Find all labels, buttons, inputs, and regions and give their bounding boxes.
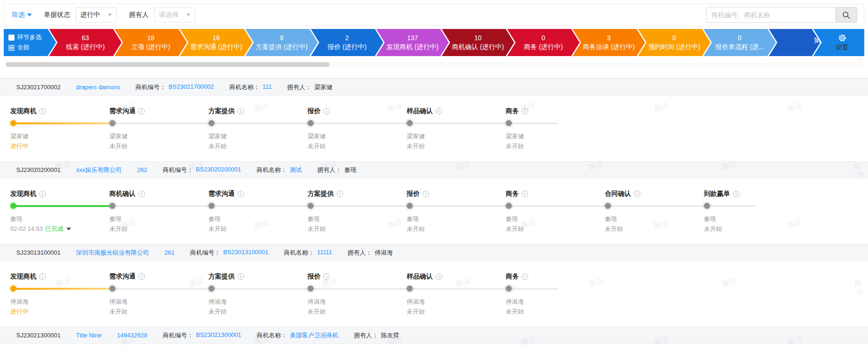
multiselect-checkbox[interactable] (8, 35, 14, 41)
funnel-stage[interactable]: 3商务洽谈 (进行中) (573, 29, 645, 56)
stage-status: 未开始 (605, 225, 623, 233)
record-code-value[interactable]: BS23021700002 (169, 83, 214, 92)
stage-multiselect-block[interactable]: 环节多选 全部 (4, 29, 56, 56)
horizontal-scrollbar[interactable] (6, 62, 862, 67)
stage-status: 未开始 (308, 225, 326, 233)
funnel-stage[interactable]: 63线索 (进行中) (49, 29, 122, 56)
stage-status: 未开始 (704, 225, 722, 233)
owner-field: 拥有人 请选择 (129, 7, 195, 22)
stage-progress-dot (109, 203, 115, 209)
stage-title: 需求沟通 (208, 190, 235, 198)
funnel-stage-label: 报价单流程 (进... (703, 43, 776, 51)
info-icon[interactable]: i (138, 108, 145, 114)
info-icon[interactable]: i (138, 191, 145, 197)
funnel-stage[interactable]: 0预约时间 (进行中) (638, 29, 710, 56)
record-owner-value: 秦瑶 (344, 166, 357, 174)
record-company-link[interactable]: 深圳市南极光铝业有限公司 (76, 249, 149, 257)
stage-cell: 样品确认 i 傅淑海 未开始 (407, 272, 506, 315)
stage-owner: 傅淑海 (308, 298, 407, 306)
stage-status-dropdown-icon[interactable] (66, 228, 71, 230)
info-icon[interactable]: i (237, 108, 244, 114)
stage-progress (506, 203, 605, 209)
settings-label: 设置 (836, 43, 849, 52)
info-icon[interactable]: i (237, 273, 244, 280)
record-code-value[interactable]: BS23020200001 (196, 166, 241, 174)
filter-toggle-button[interactable]: 筛选 (12, 11, 32, 19)
funnel-stage[interactable]: 137发现商机 (进行中) (376, 29, 449, 56)
info-icon[interactable]: i (39, 273, 46, 280)
info-icon[interactable]: i (337, 191, 343, 197)
record-company-extra-link[interactable]: 261 (165, 249, 175, 256)
funnel-stage[interactable]: 10商机确认 (进行中) (442, 29, 514, 56)
info-icon[interactable]: i (436, 108, 442, 114)
funnel-stage[interactable]: 18立项 (进行中) (115, 29, 187, 56)
record-company-link[interactable]: Title Nine (76, 332, 101, 339)
stage-owner: 秦瑶 (10, 215, 109, 223)
record-name-value[interactable]: 11111 (317, 249, 332, 257)
stage-progress-line (409, 288, 509, 290)
stage-progress (208, 286, 308, 292)
record-company-link[interactable]: drapers damons (76, 84, 120, 91)
info-icon[interactable]: i (39, 191, 46, 197)
funnel-stage[interactable]: 9方案提供 (进行中) (245, 29, 318, 56)
stage-owner: 傅淑海 (10, 298, 109, 306)
stage-owner: 傅淑海 (208, 298, 308, 306)
info-icon[interactable]: i (733, 191, 739, 197)
record-company-extra-link[interactable]: 262 (137, 166, 147, 173)
record-stage-row: 发现商机 i 秦瑶 02-02 14:53 已完成 商机确认 i 秦瑶 未开始 (0, 179, 868, 233)
record-owner-value: 梁家健 (314, 83, 332, 92)
stage-status: 未开始 (109, 142, 128, 150)
info-icon[interactable]: i (39, 108, 46, 114)
info-icon[interactable]: i (423, 191, 429, 197)
opportunity-record: SJ23021700002 drapers damons 商机编号： BS230… (0, 79, 868, 161)
status-select[interactable]: 进行中 (76, 7, 117, 22)
stage-progress-line (112, 205, 211, 207)
record-name-value[interactable]: 美国客户卫浴商机 (290, 331, 338, 340)
record-name-value[interactable]: 111 (263, 83, 272, 92)
search-input[interactable] (706, 7, 835, 23)
stage-title: 到款赢单 (704, 190, 730, 198)
stage-progress-dot (10, 203, 16, 209)
info-icon[interactable]: i (522, 191, 528, 197)
opportunity-record: SJ23021300001 Title Nine 149432928 商机编号：… (0, 327, 868, 350)
info-icon[interactable]: i (436, 273, 442, 280)
record-company-extra-link[interactable]: 149432928 (117, 332, 147, 339)
owner-select[interactable]: 请选择 (154, 7, 195, 22)
funnel-stage-count: 16 (180, 34, 252, 43)
record-stage-row: 发现商机 i 傅淑海 进行中 需求沟通 i 傅淑海 未开始 (0, 261, 868, 315)
record-company-link[interactable]: xxx娱乐有限公司 (76, 166, 122, 174)
stage-cell: 报价 i 秦瑶 未开始 (407, 189, 506, 233)
record-code-value[interactable]: BS23021300001 (196, 331, 241, 340)
record-name-value[interactable]: 测试 (290, 166, 302, 174)
info-icon[interactable]: i (323, 108, 330, 114)
search-button[interactable] (835, 7, 857, 23)
funnel-stage-count: 0 (703, 34, 776, 43)
info-icon[interactable]: i (237, 191, 244, 197)
record-code-value[interactable]: BS23013100001 (223, 249, 268, 257)
funnel-stage[interactable]: 0报价单流程 (进... (703, 29, 776, 56)
stage-progress-dot (407, 120, 413, 126)
stage-owner: 秦瑶 (308, 215, 407, 223)
funnel-stage-label: 线索 (进行中) (49, 43, 122, 51)
horizontal-scrollbar-thumb[interactable] (6, 62, 330, 67)
info-icon[interactable]: i (323, 273, 330, 280)
opportunity-list: SJ23021700002 drapers damons 商机编号： BS230… (0, 78, 868, 350)
stage-progress (308, 203, 407, 209)
grid-icon (8, 45, 14, 51)
record-header: SJ23021700002 drapers damons 商机编号： BS230… (0, 79, 868, 96)
funnel-stage-truncated[interactable]: 第 (769, 29, 820, 56)
multiselect-label: 环节多选 (17, 33, 42, 42)
info-icon[interactable]: i (522, 273, 528, 280)
stage-progress (208, 120, 308, 126)
funnel-settings-button[interactable]: 设置 (813, 29, 864, 56)
funnel-stage-label: 商务 (进行中) (507, 43, 580, 51)
stage-owner: 傅淑海 (109, 298, 208, 306)
funnel-stage[interactable]: 2报价 (进行中) (311, 29, 383, 56)
info-icon[interactable]: i (634, 191, 640, 197)
owner-select-placeholder: 请选择 (159, 11, 179, 19)
info-icon[interactable]: i (522, 108, 528, 114)
funnel-stage-count: 2 (311, 34, 383, 43)
info-icon[interactable]: i (138, 273, 145, 280)
funnel-stage[interactable]: 0商务 (进行中) (507, 29, 580, 56)
funnel-stage[interactable]: 16需求沟通 (进行中) (180, 29, 252, 56)
